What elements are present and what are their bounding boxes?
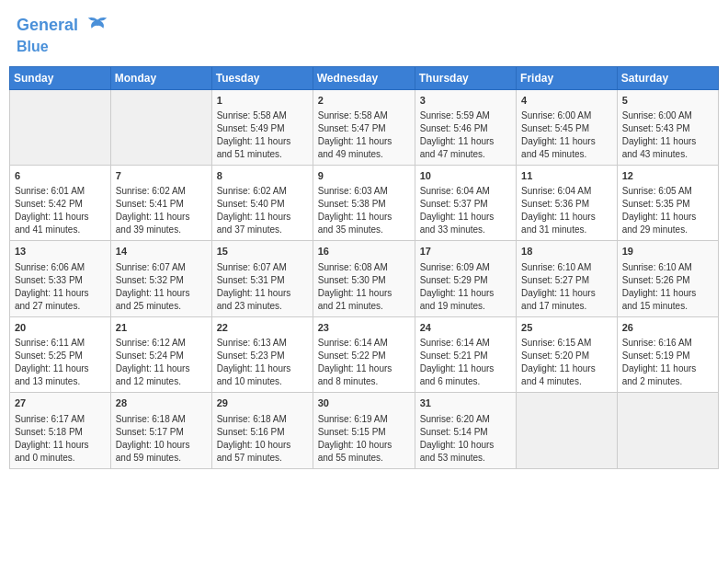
day-number: 10 (420, 169, 511, 183)
calendar-cell: 29 Sunrise: 6:18 AM Sunset: 5:16 PM Dayl… (211, 393, 313, 468)
sunrise-text: Sunrise: 6:09 AM (420, 262, 490, 272)
calendar-body: 1 Sunrise: 5:58 AM Sunset: 5:49 PM Dayli… (10, 89, 719, 468)
sunrise-text: Sunrise: 6:10 AM (521, 262, 591, 272)
sunset-text: Sunset: 5:23 PM (217, 350, 285, 361)
day-number: 21 (116, 321, 207, 335)
sunrise-text: Sunrise: 6:13 AM (217, 338, 287, 348)
day-number: 3 (420, 94, 511, 108)
daylight-text: Daylight: 11 hours and 21 minutes. (318, 288, 392, 311)
sunset-text: Sunset: 5:24 PM (116, 350, 184, 361)
day-of-week-header: Saturday (617, 66, 718, 89)
daylight-text: Daylight: 11 hours and 25 minutes. (116, 288, 190, 311)
sunset-text: Sunset: 5:16 PM (217, 427, 285, 437)
sunset-text: Sunset: 5:17 PM (116, 427, 184, 437)
sunset-text: Sunset: 5:42 PM (15, 199, 83, 209)
sunset-text: Sunset: 5:46 PM (420, 123, 488, 133)
daylight-text: Daylight: 10 hours and 53 minutes. (420, 440, 495, 463)
day-number: 26 (622, 321, 713, 335)
day-number: 12 (622, 169, 713, 183)
sunrise-text: Sunrise: 6:19 AM (318, 414, 388, 424)
logo: General Blue (17, 13, 110, 55)
sunrise-text: Sunrise: 6:04 AM (420, 186, 490, 196)
calendar-cell: 19 Sunrise: 6:10 AM Sunset: 5:26 PM Dayl… (617, 241, 718, 316)
daylight-text: Daylight: 11 hours and 49 minutes. (318, 136, 392, 159)
calendar-cell: 20 Sunrise: 6:11 AM Sunset: 5:25 PM Dayl… (10, 316, 111, 392)
calendar-cell: 31 Sunrise: 6:20 AM Sunset: 5:14 PM Dayl… (415, 393, 516, 468)
calendar-cell: 16 Sunrise: 6:08 AM Sunset: 5:30 PM Dayl… (313, 241, 415, 316)
daylight-text: Daylight: 11 hours and 10 minutes. (217, 363, 291, 386)
sunset-text: Sunset: 5:35 PM (622, 199, 690, 209)
calendar-cell (110, 89, 211, 165)
daylight-text: Daylight: 11 hours and 37 minutes. (217, 212, 291, 235)
calendar-cell: 24 Sunrise: 6:14 AM Sunset: 5:21 PM Dayl… (415, 316, 516, 392)
calendar-cell: 22 Sunrise: 6:13 AM Sunset: 5:23 PM Dayl… (211, 316, 313, 392)
sunrise-text: Sunrise: 6:18 AM (217, 414, 287, 424)
sunset-text: Sunset: 5:32 PM (116, 275, 184, 285)
day-number: 27 (15, 396, 106, 410)
sunset-text: Sunset: 5:30 PM (318, 275, 386, 285)
calendar-cell: 15 Sunrise: 6:07 AM Sunset: 5:31 PM Dayl… (211, 241, 313, 316)
day-number: 15 (217, 245, 308, 259)
sunset-text: Sunset: 5:33 PM (15, 275, 83, 285)
daylight-text: Daylight: 11 hours and 29 minutes. (622, 212, 697, 235)
sunset-text: Sunset: 5:22 PM (318, 350, 386, 361)
sunrise-text: Sunrise: 6:02 AM (116, 186, 186, 196)
sunset-text: Sunset: 5:19 PM (622, 350, 690, 361)
day-number: 11 (521, 169, 612, 183)
calendar-cell: 10 Sunrise: 6:04 AM Sunset: 5:37 PM Dayl… (415, 165, 516, 240)
sunrise-text: Sunrise: 6:02 AM (217, 186, 287, 196)
calendar-week-row: 1 Sunrise: 5:58 AM Sunset: 5:49 PM Dayli… (10, 89, 719, 165)
calendar-cell (517, 393, 618, 468)
calendar-cell: 4 Sunrise: 6:00 AM Sunset: 5:45 PM Dayli… (517, 89, 618, 165)
day-of-week-header: Friday (517, 66, 618, 89)
calendar-cell (617, 393, 718, 468)
sunrise-text: Sunrise: 6:10 AM (622, 262, 692, 272)
calendar-cell: 14 Sunrise: 6:07 AM Sunset: 5:32 PM Dayl… (110, 241, 211, 316)
sunset-text: Sunset: 5:31 PM (217, 275, 285, 285)
sunrise-text: Sunrise: 6:16 AM (622, 338, 692, 348)
sunset-text: Sunset: 5:18 PM (15, 427, 83, 437)
calendar-table: SundayMondayTuesdayWednesdayThursdayFrid… (9, 66, 719, 469)
calendar-cell: 11 Sunrise: 6:04 AM Sunset: 5:36 PM Dayl… (517, 165, 618, 240)
day-of-week-header: Monday (110, 66, 211, 89)
day-number: 23 (318, 321, 410, 335)
calendar-cell: 13 Sunrise: 6:06 AM Sunset: 5:33 PM Dayl… (10, 241, 111, 316)
day-number: 5 (622, 94, 713, 108)
sunrise-text: Sunrise: 6:00 AM (622, 110, 692, 121)
calendar-cell: 1 Sunrise: 5:58 AM Sunset: 5:49 PM Dayli… (211, 89, 313, 165)
sunrise-text: Sunrise: 5:59 AM (420, 110, 490, 121)
day-of-week-header: Wednesday (313, 66, 415, 89)
day-number: 7 (116, 169, 207, 183)
sunset-text: Sunset: 5:41 PM (116, 199, 184, 209)
sunrise-text: Sunrise: 6:15 AM (521, 338, 591, 348)
calendar-cell: 2 Sunrise: 5:58 AM Sunset: 5:47 PM Dayli… (313, 89, 415, 165)
sunset-text: Sunset: 5:25 PM (15, 350, 83, 361)
sunset-text: Sunset: 5:47 PM (318, 123, 386, 133)
calendar-cell: 18 Sunrise: 6:10 AM Sunset: 5:27 PM Dayl… (517, 241, 618, 316)
day-number: 8 (217, 169, 308, 183)
sunrise-text: Sunrise: 6:18 AM (116, 414, 186, 424)
sunset-text: Sunset: 5:20 PM (521, 350, 589, 361)
sunrise-text: Sunrise: 6:00 AM (521, 110, 591, 121)
logo-line2: Blue (17, 39, 110, 55)
sunset-text: Sunset: 5:27 PM (521, 275, 589, 285)
sunrise-text: Sunrise: 6:14 AM (420, 338, 490, 348)
calendar-cell: 3 Sunrise: 5:59 AM Sunset: 5:46 PM Dayli… (415, 89, 516, 165)
day-number: 2 (318, 94, 410, 108)
calendar-cell: 9 Sunrise: 6:03 AM Sunset: 5:38 PM Dayli… (313, 165, 415, 240)
calendar-week-row: 6 Sunrise: 6:01 AM Sunset: 5:42 PM Dayli… (10, 165, 719, 240)
daylight-text: Daylight: 11 hours and 35 minutes. (318, 212, 392, 235)
daylight-text: Daylight: 11 hours and 0 minutes. (15, 440, 89, 463)
calendar-cell: 27 Sunrise: 6:17 AM Sunset: 5:18 PM Dayl… (10, 393, 111, 468)
daylight-text: Daylight: 11 hours and 19 minutes. (420, 288, 495, 311)
sunset-text: Sunset: 5:29 PM (420, 275, 488, 285)
sunset-text: Sunset: 5:49 PM (217, 123, 285, 133)
daylight-text: Daylight: 11 hours and 51 minutes. (217, 136, 291, 159)
sunset-text: Sunset: 5:40 PM (217, 199, 285, 209)
sunset-text: Sunset: 5:37 PM (420, 199, 488, 209)
daylight-text: Daylight: 11 hours and 6 minutes. (420, 363, 495, 386)
sunset-text: Sunset: 5:43 PM (622, 123, 690, 133)
day-number: 9 (318, 169, 410, 183)
daylight-text: Daylight: 11 hours and 17 minutes. (521, 288, 596, 311)
sunrise-text: Sunrise: 6:05 AM (622, 186, 692, 196)
